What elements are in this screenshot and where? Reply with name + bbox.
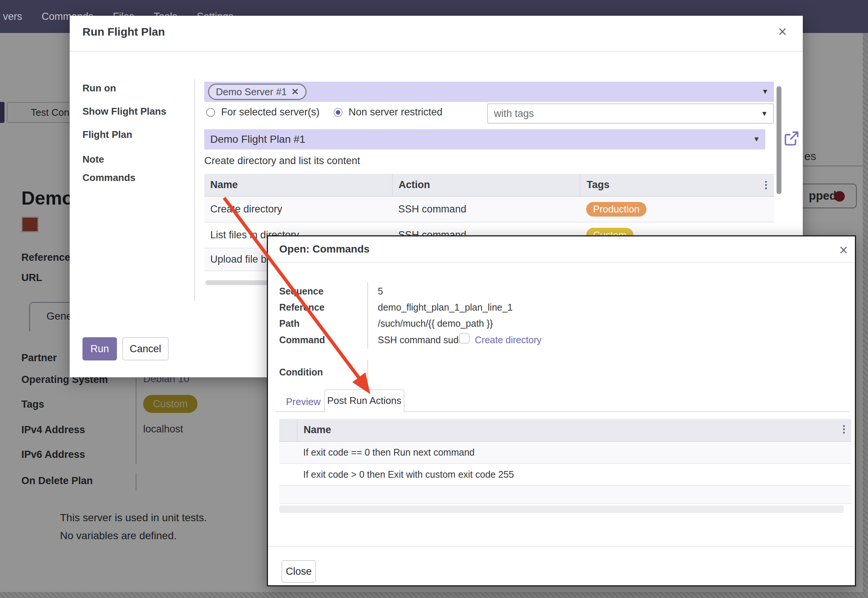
radio-selected-servers-label[interactable]: For selected server(s) [221, 106, 320, 118]
post-run-horizontal-scrollbar[interactable] [279, 505, 844, 513]
nav-item-servers[interactable]: vers [3, 11, 22, 22]
post-run-options-kebab-icon[interactable]: ⋮ [839, 423, 849, 435]
post-run-row-name[interactable]: If exit code == 0 then Run next command [297, 441, 851, 463]
table-options-kebab-icon[interactable]: ⋮ [761, 179, 771, 191]
post-run-row[interactable]: If exit code > 0 then Exit with custom e… [279, 463, 851, 486]
with-tags-select[interactable]: with tags ▾ [487, 103, 774, 124]
caret-down-icon: ▾ [762, 109, 766, 118]
open-modal-header-divider [268, 262, 855, 263]
post-run-actions-table: Name ⋮ If exit code == 0 then Run next c… [279, 419, 851, 504]
tag-remove-icon[interactable]: ✕ [291, 87, 299, 97]
tab-post-run-actions[interactable]: Post Run Actions [324, 389, 404, 412]
command-checkbox[interactable] [459, 333, 470, 344]
vertical-scrollbar[interactable] [777, 86, 781, 194]
radio-non-server-restricted[interactable] [334, 108, 343, 117]
col-header-action[interactable]: Action [392, 174, 581, 196]
with-tags-value: with tags [494, 108, 534, 120]
post-run-row[interactable]: If exit code == 0 then Run next command [279, 441, 851, 463]
run-on-select[interactable]: Demo Server #1 ✕ ▾ [204, 82, 774, 102]
post-run-row-empty [279, 486, 851, 504]
command-label: Command [279, 335, 325, 345]
reference-field-value: demo_flight_plan_1_plan_line_1 [378, 302, 513, 313]
create-directory-link[interactable]: Create directory [475, 335, 542, 345]
radio-non-server-restricted-label[interactable]: Non server restricted [349, 106, 443, 118]
production-badge: Production [586, 202, 646, 217]
commands-label: Commands [82, 172, 136, 184]
run-button[interactable]: Run [82, 337, 117, 360]
cell-action: SSH command [392, 196, 581, 222]
flight-plan-select[interactable]: Demo Flight Plan #1 ▾ [204, 129, 765, 150]
caret-down-icon: ▾ [754, 134, 759, 144]
server-tag-label: Demo Server #1 [216, 86, 287, 98]
run-modal-header-divider [70, 51, 803, 52]
run-modal-close-icon[interactable]: × [778, 24, 787, 39]
col-header-tags[interactable]: Tags ⋮ [580, 174, 774, 196]
reference-field-label: Reference [279, 302, 325, 313]
sequence-label: Sequence [279, 286, 323, 297]
post-run-col-header-name[interactable]: Name ⋮ [297, 419, 851, 441]
post-run-col-header-label: Name [304, 424, 331, 435]
run-on-label: Run on [82, 82, 116, 94]
open-modal-footer-divider [268, 546, 855, 547]
col-header-name[interactable]: Name [204, 174, 392, 196]
radio-selected-servers[interactable] [206, 108, 215, 117]
cell-name[interactable]: Create directory [204, 196, 392, 222]
command-value: SSH command sudo [378, 335, 464, 345]
table-row[interactable]: Create directory SSH command Production [204, 196, 774, 222]
run-modal-title: Run Flight Plan [82, 25, 165, 38]
open-commands-modal: Open: Commands × Sequence 5 Reference de… [267, 235, 856, 586]
condition-divider [367, 360, 368, 380]
cancel-button[interactable]: Cancel [122, 337, 169, 360]
server-tag-pill: Demo Server #1 ✕ [208, 84, 307, 100]
show-flight-plans-label: Show Flight Plans [82, 106, 166, 117]
fields-divider [367, 282, 368, 349]
note-label: Note [82, 154, 104, 165]
label-column-divider [194, 79, 195, 301]
open-modal-close-icon[interactable]: × [839, 242, 848, 257]
selector-column-header[interactable] [279, 419, 297, 441]
condition-label: Condition [279, 367, 323, 378]
col-header-tags-label: Tags [587, 179, 609, 190]
post-run-row-name[interactable]: If exit code > 0 then Exit with custom e… [297, 463, 851, 486]
caret-down-icon: ▾ [763, 87, 767, 96]
close-button[interactable]: Close [281, 560, 316, 583]
path-value: /such/much/{{ demo_path }} [378, 318, 493, 329]
tab-preview[interactable]: Preview [286, 396, 320, 408]
open-modal-title: Open: Commands [279, 243, 370, 255]
plan-description: Create directory and list its content [204, 155, 360, 167]
external-link-icon[interactable] [783, 130, 800, 147]
path-label: Path [279, 318, 299, 329]
flight-plan-value: Demo Flight Plan #1 [210, 133, 305, 145]
flight-plan-label: Flight Plan [82, 129, 132, 141]
sequence-value: 5 [378, 286, 383, 297]
